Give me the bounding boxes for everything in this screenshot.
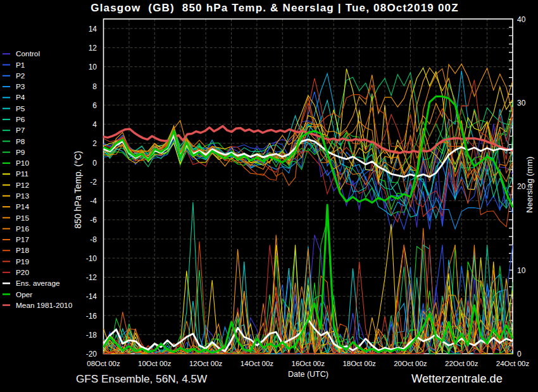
svg-text:P19: P19 (16, 257, 29, 266)
svg-text:22Oct 00z: 22Oct 00z (445, 360, 479, 367)
svg-text:6: 6 (92, 101, 97, 110)
svg-text:14Oct 00z: 14Oct 00z (241, 360, 274, 367)
svg-text:P18: P18 (16, 246, 29, 255)
svg-text:P16: P16 (16, 224, 29, 233)
svg-text:-10: -10 (86, 254, 97, 263)
svg-text:4: 4 (92, 120, 97, 129)
svg-text:P13: P13 (16, 192, 29, 200)
svg-text:P4: P4 (16, 93, 25, 102)
svg-text:GFS Ensemble, 56N, 4.5W: GFS Ensemble, 56N, 4.5W (76, 372, 208, 385)
svg-text:P5: P5 (16, 104, 25, 113)
svg-text:P7: P7 (16, 126, 25, 135)
svg-text:-20: -20 (86, 350, 97, 358)
svg-text:-16: -16 (86, 312, 97, 321)
svg-text:18Oct 00z: 18Oct 00z (342, 360, 376, 367)
svg-text:-8: -8 (90, 235, 97, 244)
svg-text:Oper: Oper (16, 290, 32, 299)
svg-text:14: 14 (89, 25, 97, 34)
svg-text:0: 0 (517, 350, 522, 358)
svg-text:12: 12 (89, 44, 97, 52)
svg-text:10: 10 (517, 266, 526, 275)
svg-text:-14: -14 (86, 292, 97, 301)
svg-text:20Oct 00z: 20Oct 00z (394, 360, 427, 367)
svg-text:-2: -2 (90, 178, 97, 187)
svg-text:40: 40 (517, 15, 526, 24)
svg-text:850 hPa Temp. (°C): 850 hPa Temp. (°C) (73, 151, 83, 229)
svg-text:Control: Control (16, 49, 40, 58)
svg-text:P2: P2 (16, 71, 25, 80)
svg-text:30: 30 (517, 99, 526, 107)
svg-text:8: 8 (92, 82, 97, 91)
svg-text:P11: P11 (16, 169, 28, 178)
svg-text:12Oct 00z: 12Oct 00z (189, 360, 223, 367)
svg-text:P20: P20 (16, 268, 29, 277)
svg-text:-6: -6 (90, 216, 97, 224)
svg-text:Neerslag (mm): Neerslag (mm) (525, 156, 534, 212)
svg-text:24Oct 00z: 24Oct 00z (496, 360, 530, 367)
svg-text:P14: P14 (16, 202, 29, 211)
svg-text:P15: P15 (16, 214, 29, 223)
svg-text:Mean 1981-2010: Mean 1981-2010 (16, 301, 73, 310)
svg-text:P6: P6 (16, 115, 25, 124)
svg-text:0: 0 (92, 159, 97, 168)
svg-text:P9: P9 (16, 148, 25, 157)
svg-text:10: 10 (89, 63, 97, 71)
svg-text:-12: -12 (86, 273, 97, 282)
svg-text:P17: P17 (16, 235, 29, 244)
svg-text:10Oct 00z: 10Oct 00z (138, 360, 172, 367)
svg-text:Glasgow (GB) 850 hPa Temp. &: Glasgow (GB) 850 hPa Temp. & Neerslag | … (91, 2, 459, 14)
svg-text:P1: P1 (16, 61, 25, 70)
svg-text:2: 2 (92, 139, 97, 148)
svg-text:P8: P8 (16, 137, 25, 146)
svg-text:Ens. average: Ens. average (16, 279, 60, 288)
svg-text:16Oct 00z: 16Oct 00z (292, 360, 325, 367)
svg-text:P3: P3 (16, 82, 25, 91)
svg-text:-4: -4 (90, 197, 97, 205)
svg-text:Date (UTC): Date (UTC) (288, 370, 328, 379)
svg-text:Wetterzentrale.de: Wetterzentrale.de (411, 372, 503, 385)
svg-text:-18: -18 (86, 331, 97, 340)
svg-text:P10: P10 (16, 159, 29, 168)
svg-text:08Oct 00z: 08Oct 00z (87, 360, 120, 367)
svg-text:P12: P12 (16, 181, 29, 190)
